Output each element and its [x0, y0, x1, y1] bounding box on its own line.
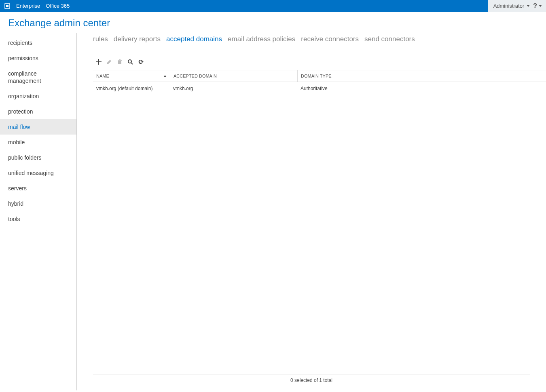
search-button[interactable] — [127, 59, 133, 65]
column-header-domain-type-label: DOMAIN TYPE — [301, 74, 332, 78]
help-icon: ? — [533, 2, 537, 10]
trash-icon — [117, 59, 123, 65]
topbar-left: Enterprise Office 365 — [0, 0, 70, 12]
sidebar-item-organization[interactable]: organization — [0, 89, 76, 104]
refresh-button[interactable] — [138, 59, 144, 65]
sidebar-item-tools[interactable]: tools — [0, 211, 76, 227]
tab-send-connectors[interactable]: send connectors — [364, 35, 415, 43]
pencil-icon — [106, 59, 112, 65]
delete-button[interactable] — [116, 59, 123, 65]
tab-rules[interactable]: rules — [93, 35, 108, 43]
sidebar-item-unified-messaging[interactable]: unified messaging — [0, 165, 76, 181]
sidebar-item-compliance-management[interactable]: compliance management — [0, 66, 76, 89]
sort-ascending-icon — [163, 75, 167, 77]
edit-button[interactable] — [106, 59, 112, 65]
topbar-link-enterprise[interactable]: Enterprise — [16, 0, 40, 12]
page-title: Exchange admin center — [8, 17, 538, 29]
caret-down-icon — [527, 5, 530, 7]
detail-pane-divider — [348, 82, 348, 375]
sidebar-item-protection[interactable]: protection — [0, 104, 76, 119]
column-header-domain-type[interactable]: DOMAIN TYPE — [297, 70, 348, 82]
tab-accepted-domains[interactable]: accepted domains — [166, 35, 222, 43]
plus-icon — [96, 59, 102, 65]
refresh-icon — [138, 59, 144, 65]
sidebar: recipients permissions compliance manage… — [0, 33, 77, 390]
sidebar-item-recipients[interactable]: recipients — [0, 35, 76, 51]
search-icon — [127, 59, 133, 65]
svg-rect-1 — [6, 5, 8, 7]
cell-domain-type: Authoritative — [297, 86, 348, 91]
sidebar-item-servers[interactable]: servers — [0, 181, 76, 196]
table-body: vmkh.org (default domain) vmkh.org Autho… — [93, 82, 546, 375]
toolbar — [93, 51, 546, 70]
help-menu[interactable]: ? — [533, 2, 542, 10]
svg-point-2 — [128, 60, 131, 63]
sidebar-item-public-folders[interactable]: public folders — [0, 150, 76, 165]
body: recipients permissions compliance manage… — [0, 33, 546, 390]
cell-accepted-domain: vmkh.org — [170, 86, 297, 91]
tabs: rules delivery reports accepted domains … — [93, 35, 546, 51]
column-header-name-label: NAME — [96, 74, 109, 78]
topbar-link-office365[interactable]: Office 365 — [46, 0, 70, 12]
tab-email-address-policies[interactable]: email address policies — [228, 35, 295, 43]
column-header-accepted-domain-label: ACCEPTED DOMAIN — [174, 74, 217, 78]
table: NAME ACCEPTED DOMAIN DOMAIN TYPE vmkh.or… — [93, 70, 546, 390]
cell-name: vmkh.org (default domain) — [93, 86, 170, 91]
user-name: Administrator — [493, 3, 525, 9]
sidebar-item-permissions[interactable]: permissions — [0, 51, 76, 66]
sidebar-item-mobile[interactable]: mobile — [0, 135, 76, 150]
column-header-accepted-domain[interactable]: ACCEPTED DOMAIN — [170, 70, 297, 82]
tab-delivery-reports[interactable]: delivery reports — [114, 35, 161, 43]
caret-down-icon — [539, 5, 542, 7]
sidebar-item-mail-flow[interactable]: mail flow — [0, 119, 76, 135]
add-button[interactable] — [95, 59, 102, 65]
table-row[interactable]: vmkh.org (default domain) vmkh.org Autho… — [93, 82, 546, 95]
office-icon — [4, 3, 11, 9]
svg-line-3 — [131, 63, 133, 64]
sidebar-item-hybrid[interactable]: hybrid — [0, 196, 76, 211]
page-header: Exchange admin center — [0, 12, 546, 33]
table-header: NAME ACCEPTED DOMAIN DOMAIN TYPE — [93, 70, 546, 82]
topbar-right: Administrator ? — [488, 0, 546, 12]
main: rules delivery reports accepted domains … — [77, 33, 546, 390]
topbar: Enterprise Office 365 Administrator ? — [0, 0, 546, 12]
column-header-name[interactable]: NAME — [93, 74, 170, 78]
table-footer: 0 selected of 1 total — [93, 375, 530, 390]
user-menu[interactable]: Administrator — [493, 3, 530, 9]
tab-receive-connectors[interactable]: receive connectors — [301, 35, 359, 43]
